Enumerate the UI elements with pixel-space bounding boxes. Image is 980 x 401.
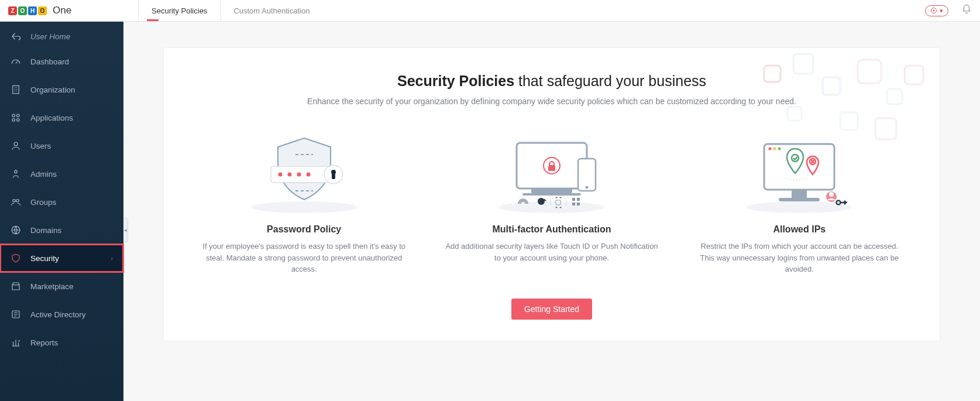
- intro-panel: Security Policies that safeguard your bu…: [163, 47, 940, 341]
- sidebar-item-reports[interactable]: Reports: [0, 328, 123, 357]
- svg-point-59: [829, 192, 834, 197]
- sidebar-item-domains[interactable]: Domains: [0, 216, 123, 244]
- svg-point-27: [287, 173, 291, 177]
- sidebar-item-label: Admins: [30, 170, 57, 179]
- svg-point-51: [769, 148, 772, 150]
- notifications-icon[interactable]: [961, 4, 972, 17]
- sidebar-item-label: Marketplace: [30, 282, 74, 291]
- svg-rect-21: [788, 107, 802, 121]
- sidebar-item-marketplace[interactable]: Marketplace: [0, 272, 123, 300]
- sidebar-item-active-directory[interactable]: Active Directory: [0, 300, 123, 328]
- admin-icon: [11, 169, 21, 179]
- feature-cards: Password Policy If your employee's passw…: [192, 129, 912, 275]
- gauge-icon: [11, 56, 21, 67]
- card-title: Allowed IPs: [687, 224, 912, 235]
- tab-label: Security Policies: [152, 6, 207, 15]
- svg-point-4: [17, 114, 20, 117]
- back-icon: [11, 31, 21, 42]
- svg-point-52: [773, 148, 776, 150]
- topbar: Z O H O One Security Policies Custom Aut…: [0, 0, 980, 22]
- building-icon: [11, 84, 21, 95]
- layout: ◂ User Home Dashboard Organization Appli…: [0, 22, 980, 401]
- sidebar-collapse-handle[interactable]: ◂: [123, 218, 128, 242]
- svg-rect-14: [793, 54, 813, 74]
- mfa-illustration: [439, 129, 663, 217]
- brand: Z O H O One: [8, 5, 132, 16]
- svg-rect-45: [572, 198, 575, 201]
- card-title: Multi-factor Authentication: [439, 224, 663, 235]
- svg-rect-47: [572, 203, 575, 205]
- svg-rect-36: [522, 193, 581, 196]
- remote-assist-button[interactable]: ▾: [925, 5, 948, 16]
- sidebar-item-security[interactable]: Security ›: [0, 244, 123, 272]
- svg-point-9: [13, 200, 16, 203]
- svg-point-60: [837, 201, 841, 205]
- sidebar-item-label: Security: [30, 254, 59, 263]
- reports-icon: [11, 337, 21, 348]
- page-title-bold: Security Policies: [397, 73, 514, 89]
- sidebar-item-users[interactable]: Users: [0, 132, 123, 160]
- svg-point-26: [278, 173, 282, 177]
- page-title: Security Policies that safeguard your bu…: [192, 73, 912, 90]
- sidebar-item-organization[interactable]: Organization: [0, 76, 123, 104]
- tab-security-policies[interactable]: Security Policies: [138, 0, 221, 21]
- chevron-right-icon: ›: [111, 255, 113, 262]
- allowed-ips-illustration: [687, 129, 912, 217]
- card-allowed-ips: Allowed IPs Restrict the IPs from which …: [687, 129, 912, 275]
- sidebar-item-label: Groups: [30, 198, 56, 207]
- card-desc: Add additional security layers like Touc…: [439, 241, 663, 263]
- directory-icon: [11, 309, 21, 320]
- user-icon: [11, 140, 21, 151]
- card-desc: Restrict the IPs from which your account…: [687, 241, 912, 275]
- sidebar-item-applications[interactable]: Applications: [0, 104, 123, 132]
- topbar-actions: ▾: [925, 4, 972, 17]
- svg-rect-55: [779, 198, 820, 201]
- page-title-rest: that safeguard your business: [514, 73, 706, 89]
- svg-point-40: [585, 186, 588, 189]
- logo-letter-h: H: [28, 6, 37, 15]
- card-desc: If your employee's password is easy to s…: [192, 241, 416, 275]
- sidebar-item-dashboard[interactable]: Dashboard: [0, 47, 123, 76]
- svg-point-29: [306, 173, 310, 177]
- sidebar-item-label: Active Directory: [30, 310, 86, 319]
- shield-icon: [11, 253, 21, 263]
- sidebar-item-groups[interactable]: Groups: [0, 188, 123, 216]
- svg-point-53: [778, 148, 781, 150]
- sidebar-item-user-home[interactable]: User Home: [0, 25, 123, 47]
- svg-rect-35: [531, 188, 572, 193]
- getting-started-button[interactable]: Getting Started: [511, 299, 592, 320]
- svg-rect-46: [577, 198, 580, 201]
- svg-rect-2: [13, 85, 19, 94]
- svg-point-22: [252, 201, 357, 213]
- groups-icon: [11, 197, 21, 207]
- page-subtitle: Enhance the security of your organizatio…: [192, 97, 912, 106]
- sidebar-item-label: Dashboard: [30, 57, 69, 66]
- nav: User Home Dashboard Organization Applica…: [0, 22, 123, 357]
- card-title: Password Policy: [192, 224, 416, 235]
- card-mfa: Multi-factor Authentication Add addition…: [439, 129, 663, 275]
- svg-point-6: [17, 119, 20, 122]
- svg-point-7: [14, 142, 18, 146]
- sidebar-item-label: Users: [30, 142, 51, 150]
- tabs: Security Policies Custom Authentication: [138, 0, 322, 21]
- svg-point-28: [297, 173, 301, 177]
- svg-point-5: [12, 119, 15, 122]
- svg-point-33: [499, 201, 604, 213]
- svg-rect-38: [548, 166, 555, 171]
- password-policy-illustration: [192, 129, 416, 217]
- main: Security Policies that safeguard your bu…: [123, 22, 980, 401]
- svg-rect-48: [577, 203, 580, 205]
- globe-icon: [11, 225, 21, 235]
- sidebar-item-admins[interactable]: Admins: [0, 160, 123, 188]
- tab-custom-authentication[interactable]: Custom Authentication: [221, 0, 322, 21]
- logo-letter-o1: O: [18, 6, 27, 15]
- svg-point-41: [538, 198, 545, 205]
- card-password-policy: Password Policy If your employee's passw…: [192, 129, 416, 275]
- product-name: One: [53, 5, 71, 16]
- cta-row: Getting Started: [192, 299, 912, 320]
- svg-point-3: [12, 114, 15, 117]
- svg-rect-32: [332, 173, 335, 179]
- sidebar-item-label: Reports: [30, 338, 58, 347]
- tab-label: Custom Authentication: [233, 6, 310, 15]
- svg-rect-54: [792, 190, 807, 198]
